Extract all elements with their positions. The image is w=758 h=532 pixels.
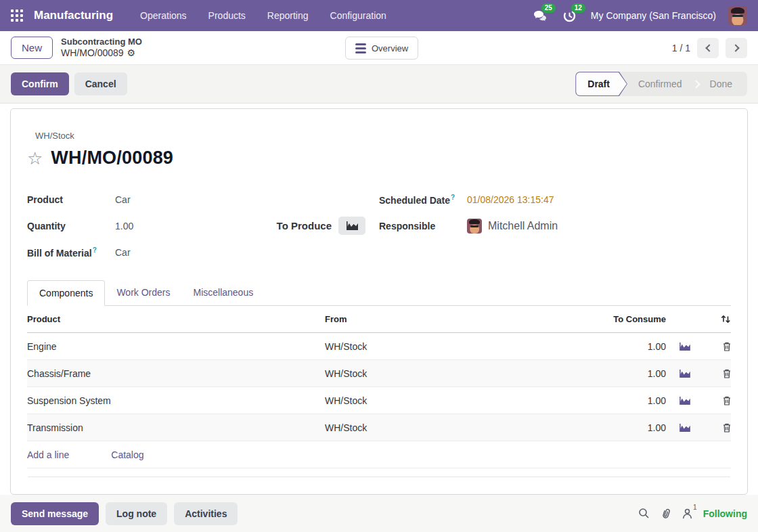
- log-note-button[interactable]: Log note: [106, 502, 167, 525]
- delete-row-icon[interactable]: [723, 423, 731, 433]
- overview-button[interactable]: Overview: [345, 37, 418, 60]
- top-navbar: Manufacturing Operations Products Report…: [0, 0, 758, 31]
- menu-operations[interactable]: Operations: [132, 6, 194, 25]
- sheet-divider: [28, 476, 730, 477]
- responsible-value[interactable]: Mitchell Admin: [467, 219, 558, 234]
- company-switcher[interactable]: My Company (San Francisco): [591, 10, 716, 21]
- stage-draft[interactable]: Draft: [575, 72, 627, 96]
- form-sheet: WH/Stock ☆ WH/MO/00089 Product Car Quant…: [10, 108, 748, 495]
- cell-to-consume[interactable]: 1.00: [592, 422, 666, 433]
- activities-clock-icon[interactable]: 12: [561, 7, 579, 24]
- quantity-value[interactable]: 1.00: [115, 221, 133, 231]
- delete-row-icon[interactable]: [723, 369, 731, 378]
- stage-done[interactable]: Done: [699, 79, 743, 89]
- cell-product[interactable]: Engine: [27, 341, 325, 352]
- table-row[interactable]: Engine WH/Stock 1.00: [27, 333, 731, 360]
- area-chart-icon[interactable]: [679, 424, 690, 432]
- menu-reporting[interactable]: Reporting: [259, 6, 317, 25]
- activities-badge: 12: [571, 3, 585, 13]
- header-to-consume[interactable]: To Consume: [592, 314, 666, 324]
- tab-miscellaneous[interactable]: Miscellaneous: [181, 280, 265, 305]
- following-button[interactable]: Following: [703, 508, 747, 519]
- area-chart-icon[interactable]: [679, 342, 690, 351]
- activities-button[interactable]: Activities: [174, 502, 238, 525]
- cell-product[interactable]: Chassis/Frame: [27, 368, 325, 379]
- control-panel: New Subcontracting MO WH/MO/00089 ⚙ Over…: [0, 31, 758, 65]
- quantity-label: Quantity: [27, 221, 115, 231]
- scheduled-date-label: Scheduled Date?: [379, 194, 467, 206]
- search-messages-icon[interactable]: [638, 508, 650, 519]
- chevron-right-icon: [732, 44, 739, 51]
- pager-previous-button[interactable]: [697, 38, 719, 58]
- stage-draft-label: Draft: [575, 79, 627, 89]
- send-message-button[interactable]: Send message: [11, 502, 99, 525]
- tab-work-orders[interactable]: Work Orders: [105, 280, 181, 305]
- forecast-report-button[interactable]: [338, 217, 365, 235]
- cell-from[interactable]: WH/Stock: [325, 368, 592, 379]
- cell-to-consume[interactable]: 1.00: [592, 368, 666, 379]
- area-chart-icon: [347, 221, 358, 230]
- components-table: Product From To Consume Engine WH/Stock …: [27, 306, 731, 468]
- delete-row-icon[interactable]: [723, 396, 731, 405]
- followers-count: 1: [693, 504, 697, 511]
- breadcrumb-parent[interactable]: Subcontracting MO: [61, 37, 142, 47]
- attachment-paperclip-icon[interactable]: [661, 508, 671, 519]
- table-row[interactable]: Chassis/Frame WH/Stock 1.00: [27, 360, 731, 387]
- tab-components[interactable]: Components: [27, 280, 105, 306]
- cancel-button[interactable]: Cancel: [74, 72, 127, 95]
- app-name[interactable]: Manufacturing: [34, 9, 113, 22]
- breadcrumb-current: WH/MO/00089 ⚙: [61, 47, 142, 60]
- cell-to-consume[interactable]: 1.00: [592, 395, 666, 406]
- field-grid: Product Car Quantity 1.00 To Produce Bil…: [27, 186, 731, 265]
- table-row[interactable]: Transmission WH/Stock 1.00: [27, 414, 731, 441]
- table-header-row: Product From To Consume: [27, 306, 731, 333]
- help-question-icon[interactable]: ?: [451, 194, 455, 201]
- header-from[interactable]: From: [325, 314, 592, 324]
- confirm-button[interactable]: Confirm: [11, 72, 69, 95]
- apps-menu-icon[interactable]: [11, 9, 23, 22]
- pager-counter: 1 / 1: [672, 43, 690, 53]
- followers-icon[interactable]: [682, 508, 692, 519]
- cell-from[interactable]: WH/Stock: [325, 422, 592, 433]
- help-question-icon[interactable]: ?: [93, 246, 97, 254]
- delete-row-icon[interactable]: [723, 342, 731, 351]
- cell-product[interactable]: Suspension System: [27, 395, 325, 406]
- area-chart-icon[interactable]: [679, 370, 690, 378]
- chatter-bar: Send message Log note Activities 1 Follo…: [0, 495, 758, 532]
- cell-from[interactable]: WH/Stock: [325, 395, 592, 406]
- bom-value[interactable]: Car: [115, 247, 131, 258]
- breadcrumb: Subcontracting MO WH/MO/00089 ⚙: [61, 37, 142, 60]
- messages-icon[interactable]: 25: [531, 7, 549, 24]
- cell-to-consume[interactable]: 1.00: [592, 341, 666, 352]
- menu-configuration[interactable]: Configuration: [322, 6, 395, 25]
- cell-from[interactable]: WH/Stock: [325, 341, 592, 352]
- catalog-link[interactable]: Catalog: [111, 449, 143, 460]
- stage-pipeline: Draft Confirmed Done: [575, 72, 747, 96]
- add-a-line-link[interactable]: Add a line: [27, 449, 69, 460]
- overview-label: Overview: [372, 43, 408, 53]
- record-name: WH/MO/00089: [61, 47, 124, 60]
- stage-confirmed[interactable]: Confirmed: [627, 79, 693, 89]
- responsible-avatar: [467, 219, 482, 234]
- area-chart-icon[interactable]: [679, 397, 690, 405]
- new-button[interactable]: New: [11, 37, 53, 59]
- record-title: WH/MO/00089: [51, 148, 173, 169]
- scheduled-date-value[interactable]: 01/08/2026 13:15:47: [467, 194, 554, 205]
- gear-icon[interactable]: ⚙: [127, 47, 136, 60]
- menu-products[interactable]: Products: [200, 6, 254, 25]
- table-row[interactable]: Suspension System WH/Stock 1.00: [27, 387, 731, 414]
- table-footer: Add a line Catalog: [27, 441, 731, 468]
- bom-label: Bill of Material?: [27, 246, 115, 259]
- optional-columns-icon[interactable]: [721, 315, 731, 324]
- warehouse-link[interactable]: WH/Stock: [35, 131, 74, 141]
- favorite-star-icon[interactable]: ☆: [27, 150, 43, 167]
- header-product[interactable]: Product: [27, 314, 325, 324]
- hamburger-icon: [355, 43, 366, 53]
- product-value[interactable]: Car: [115, 194, 131, 205]
- pager-next-button[interactable]: [726, 38, 747, 58]
- user-avatar[interactable]: [728, 6, 747, 25]
- cell-product[interactable]: Transmission: [27, 422, 325, 433]
- messages-badge: 25: [541, 3, 556, 13]
- form-statusbar: Confirm Cancel Draft Confirmed Done: [0, 65, 758, 104]
- notebook-tabs: Components Work Orders Miscellaneous: [27, 280, 731, 306]
